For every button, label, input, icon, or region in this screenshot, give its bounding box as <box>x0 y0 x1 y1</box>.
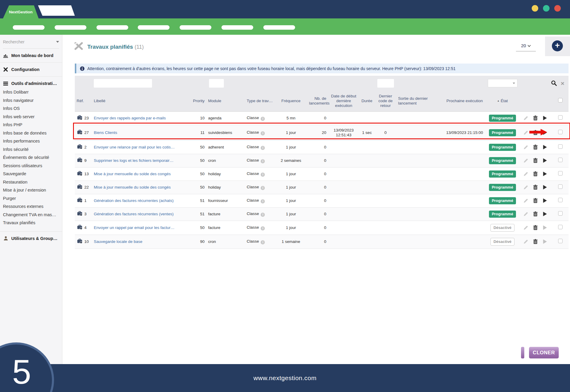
col-header-type[interactable]: Type de trav… <box>245 91 275 111</box>
job-label-link[interactable]: Envoyer un rappel par email pour les fac… <box>94 225 175 230</box>
sidebar-item[interactable]: Infos sécurité <box>3 146 59 154</box>
col-header-module[interactable]: Module <box>206 91 245 111</box>
sidebar-item[interactable]: Infos OS <box>3 105 59 113</box>
edit-icon[interactable] <box>523 158 528 163</box>
col-header-return-code[interactable]: Dernier code de retour <box>375 91 396 111</box>
row-checkbox[interactable] <box>558 144 563 149</box>
run-icon[interactable] <box>543 225 547 230</box>
return-code-filter-input[interactable] <box>377 79 394 88</box>
edit-icon[interactable] <box>523 198 528 203</box>
sidebar-item[interactable]: Restauration <box>3 178 59 186</box>
run-icon[interactable] <box>543 158 547 163</box>
run-icon[interactable] <box>543 198 547 203</box>
sidebar-item[interactable]: Mise à jour / extension <box>3 186 59 195</box>
close-icon[interactable]: × <box>561 80 564 86</box>
sidebar-item[interactable]: Infos web server <box>3 113 59 121</box>
partial-button[interactable] <box>521 347 524 358</box>
edit-icon[interactable] <box>523 172 528 176</box>
delete-icon[interactable] <box>533 130 538 135</box>
run-icon[interactable] <box>543 185 547 190</box>
status-filter-select[interactable] <box>488 79 517 87</box>
row-checkbox[interactable] <box>558 211 563 216</box>
sidebar-item[interactable]: Infos PHP <box>3 121 59 129</box>
col-header-next-run[interactable]: Prochaine exécution <box>442 91 487 111</box>
sidebar-item-configuration[interactable]: Configuration <box>0 63 62 77</box>
job-label-link[interactable]: Génération des factures récurrentes (ach… <box>94 198 174 203</box>
sidebar-item-admin-tools[interactable]: Outils d'administrati… <box>0 77 62 88</box>
col-header-label[interactable]: Libellé <box>92 91 190 111</box>
module-filter-input[interactable] <box>209 79 224 88</box>
delete-icon[interactable] <box>533 225 538 230</box>
delete-icon[interactable] <box>533 171 538 176</box>
sidebar-item-users-groups[interactable]: Utilisateurs & Group… <box>0 232 62 243</box>
sidebar-item[interactable]: Événements de sécurité <box>3 154 59 162</box>
edit-icon[interactable] <box>523 225 528 230</box>
delete-icon[interactable] <box>533 116 538 121</box>
edit-icon[interactable] <box>523 239 528 244</box>
delete-icon[interactable] <box>533 239 538 244</box>
delete-icon[interactable] <box>533 185 538 190</box>
sidebar-item[interactable]: Sessions utilisateurs <box>3 162 59 170</box>
row-checkbox[interactable] <box>558 130 563 134</box>
job-label-link[interactable]: Biens Clients <box>94 130 117 135</box>
run-icon[interactable] <box>543 130 547 135</box>
sidebar-item[interactable]: Sauvegarde <box>3 170 59 178</box>
col-header-status[interactable]: ▲État <box>487 91 518 111</box>
delete-icon[interactable] <box>533 211 538 216</box>
clone-button[interactable]: CLONER <box>529 347 559 358</box>
col-header-ref[interactable]: Réf. <box>75 91 92 111</box>
row-checkbox[interactable] <box>558 198 563 202</box>
run-icon[interactable] <box>543 171 547 176</box>
row-checkbox[interactable] <box>558 184 563 189</box>
sidebar-item[interactable]: Infos navigateur <box>3 97 59 105</box>
job-next-run <box>442 111 487 125</box>
sidebar-item[interactable]: Ressources externes <box>3 203 59 211</box>
sidebar-item[interactable]: Infos Dolibarr <box>3 88 59 97</box>
col-header-frequency[interactable]: Fréquence <box>275 91 307 111</box>
run-icon[interactable] <box>543 239 547 244</box>
edit-icon[interactable] <box>523 130 528 135</box>
col-header-last-start[interactable]: Date de début dernière exécution <box>328 91 359 111</box>
row-checkbox[interactable] <box>558 171 563 176</box>
sidebar-search[interactable] <box>3 39 59 49</box>
edit-icon[interactable] <box>523 212 528 216</box>
row-checkbox[interactable] <box>558 158 563 162</box>
col-header-launches[interactable]: Nb. de lancements <box>307 91 328 111</box>
job-label-link[interactable]: Envoyer une relance par mail pour les co… <box>94 145 175 150</box>
edit-icon[interactable] <box>523 185 528 190</box>
job-label-link[interactable]: Supprimer les logs et les fichiers tempo… <box>94 158 174 163</box>
delete-icon[interactable] <box>533 198 538 203</box>
edit-icon[interactable] <box>523 145 528 150</box>
col-header-last-output[interactable]: Sortie du dernier lancement <box>396 91 442 111</box>
select-all-checkbox[interactable] <box>558 98 563 102</box>
sidebar-item[interactable]: Purger <box>3 195 59 203</box>
sidebar-item[interactable]: Travaux planifiés <box>3 219 59 227</box>
delete-icon[interactable] <box>533 145 538 150</box>
job-label-link[interactable]: Génération des factures récurrentes (ven… <box>94 212 174 216</box>
job-label-link[interactable]: Envoyer des rappels agenda par e-mails <box>94 116 166 121</box>
job-label-link[interactable]: Mise à jour mensuelle du solde des congé… <box>94 185 171 190</box>
edit-icon[interactable] <box>523 116 528 121</box>
footer-url: www.nextgestion.com <box>254 374 317 382</box>
col-header-priority[interactable]: Prority <box>190 91 206 111</box>
run-icon[interactable] <box>543 116 547 121</box>
search-input[interactable] <box>3 39 48 44</box>
job-label-link[interactable]: Sauvegarde locale de base <box>94 239 142 244</box>
search-icon[interactable] <box>551 80 557 86</box>
col-header-duration[interactable]: Durée <box>359 91 375 111</box>
page-size-select[interactable]: 20 <box>516 43 536 51</box>
sidebar-item[interactable]: Changement TVA en mas… <box>3 211 59 219</box>
add-job-button[interactable]: + <box>552 40 563 51</box>
sidebar-item[interactable]: Infos base de données <box>3 129 59 137</box>
row-checkbox[interactable] <box>558 115 563 120</box>
label-filter-input[interactable] <box>94 79 152 88</box>
row-checkbox[interactable] <box>558 225 563 229</box>
sidebar-item[interactable]: Infos performances <box>3 137 59 146</box>
row-checkbox[interactable] <box>558 239 563 243</box>
run-icon[interactable] <box>543 145 547 150</box>
cron-job-icon <box>77 198 83 204</box>
sidebar-item-dashboard[interactable]: Mon tableau de bord <box>0 49 62 63</box>
run-icon[interactable] <box>543 211 547 216</box>
delete-icon[interactable] <box>533 158 538 163</box>
job-label-link[interactable]: Mise à jour mensuelle du solde des congé… <box>94 172 171 176</box>
